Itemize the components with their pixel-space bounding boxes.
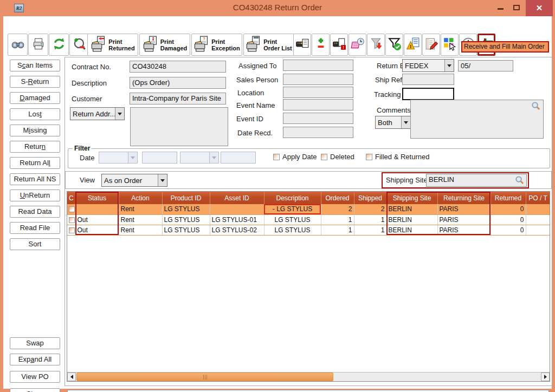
cell-shipping_site[interactable]: BERLIN bbox=[386, 214, 437, 225]
shipping-site-field[interactable]: BERLIN bbox=[426, 174, 527, 187]
toolbar-button-filter-check[interactable] bbox=[385, 34, 403, 56]
checkbox-icon[interactable] bbox=[321, 154, 327, 160]
chevron-down-icon[interactable] bbox=[401, 116, 410, 128]
return-date-field[interactable]: 05/ bbox=[458, 60, 513, 71]
cell-action[interactable]: Rent bbox=[119, 214, 162, 225]
checkbox-icon[interactable] bbox=[366, 154, 372, 160]
date-recd-field[interactable] bbox=[283, 127, 353, 138]
sidebar-button-sort[interactable]: Sort bbox=[10, 238, 60, 250]
cell-shipped[interactable]: 2 bbox=[354, 204, 386, 214]
column-header-returning_site[interactable]: Returning Site bbox=[437, 192, 491, 204]
cell-po[interactable] bbox=[526, 225, 550, 235]
toolbar-button-equipment-list[interactable] bbox=[293, 34, 311, 56]
checkbox-icon[interactable] bbox=[273, 154, 280, 160]
shipping-site-search-icon[interactable] bbox=[515, 175, 524, 187]
sidebar-button-missing[interactable]: Missing bbox=[10, 125, 60, 136]
toolbar-button-print-damaged[interactable]: PrintDamaged bbox=[139, 34, 190, 56]
column-header-action[interactable]: Action bbox=[119, 192, 162, 204]
column-header-shipped[interactable]: Shipped bbox=[354, 192, 386, 204]
cell-product_id[interactable]: LG STYLUS bbox=[162, 204, 210, 214]
toolbar-button-edit-notes[interactable] bbox=[422, 34, 440, 56]
column-header-status[interactable]: Status bbox=[75, 192, 119, 204]
scrollbar-thumb[interactable] bbox=[76, 373, 333, 381]
chevron-down-icon[interactable] bbox=[158, 174, 167, 186]
maximize-button[interactable] bbox=[508, 0, 525, 16]
sidebar-button-scan-items[interactable]: Scan Items bbox=[10, 60, 60, 71]
column-header-asset_id[interactable]: Asset ID bbox=[210, 192, 264, 204]
cell-status[interactable]: Out bbox=[75, 225, 119, 235]
table-row[interactable]: OutRentLG STYLUSLG STYLUS-02LG STYLUS11B… bbox=[67, 225, 550, 235]
description-field[interactable]: (Ops Order) bbox=[130, 77, 226, 89]
column-header-description[interactable]: Description bbox=[264, 192, 321, 204]
cell-product_id[interactable]: LG STYLUS bbox=[162, 225, 210, 235]
toolbar-button-find[interactable] bbox=[8, 34, 28, 56]
cell-description[interactable]: LG STYLUS bbox=[264, 225, 321, 235]
cell-returning_site[interactable]: PARIS bbox=[437, 225, 491, 235]
column-header-returned[interactable]: Returned bbox=[491, 192, 526, 204]
toolbar-button-color-select[interactable] bbox=[441, 34, 459, 56]
cell-returned[interactable]: 0 bbox=[491, 204, 526, 214]
event-id-field[interactable] bbox=[283, 113, 353, 124]
cell-description[interactable]: - LG STYLUS bbox=[264, 204, 321, 214]
cell-ordered[interactable]: 2 bbox=[321, 204, 354, 214]
toolbar-button-add-remove[interactable] bbox=[312, 34, 330, 56]
cell-returning_site[interactable]: PARIS bbox=[437, 214, 491, 225]
row-select-cell[interactable] bbox=[67, 204, 75, 214]
sidebar-button-swap[interactable]: Swap bbox=[10, 337, 60, 349]
minimize-button[interactable] bbox=[492, 0, 508, 16]
sidebar-button-s-return[interactable]: S-Return bbox=[10, 76, 60, 88]
chevron-down-icon[interactable] bbox=[115, 108, 124, 120]
tracking-field[interactable] bbox=[402, 88, 454, 100]
toolbar-button-equipment-alert[interactable]: ! bbox=[330, 34, 348, 56]
cell-asset_id[interactable] bbox=[210, 204, 264, 214]
sidebar-button-return-all-ns[interactable]: Return All NS bbox=[10, 173, 60, 185]
row-checkbox[interactable] bbox=[69, 206, 75, 212]
view-dropdown[interactable]: As on Order bbox=[101, 174, 167, 187]
table-row[interactable]: RentLG STYLUS- LG STYLUS22BERLINPARIS0 bbox=[67, 204, 550, 214]
row-checkbox[interactable] bbox=[69, 217, 75, 223]
cell-description[interactable]: LG STYLUS bbox=[264, 214, 321, 225]
toolbar-button-print-exception[interactable]: ?PrintException bbox=[191, 34, 242, 56]
cell-ordered[interactable]: 1 bbox=[321, 214, 354, 225]
comments-search-icon[interactable] bbox=[531, 101, 540, 113]
column-header-c[interactable]: C bbox=[67, 192, 75, 204]
cell-action[interactable]: Rent bbox=[119, 204, 162, 214]
cell-shipping_site[interactable]: BERLIN bbox=[386, 225, 437, 235]
sidebar-button-close[interactable]: Close bbox=[10, 388, 60, 392]
cell-returned[interactable]: 0 bbox=[491, 225, 526, 235]
apply-date-checkbox[interactable]: Apply Date bbox=[273, 153, 317, 161]
customer-field[interactable]: Intra-Company for Paris Site bbox=[130, 93, 226, 104]
return-addr-textarea[interactable] bbox=[130, 107, 228, 146]
toolbar-button-print[interactable] bbox=[28, 34, 48, 56]
sidebar-button-unreturn[interactable]: UnReturn bbox=[10, 190, 60, 201]
column-header-product_id[interactable]: Product ID bbox=[162, 192, 210, 204]
toolbar-button-zoom-adjust[interactable] bbox=[69, 34, 89, 56]
deleted-checkbox[interactable]: Deleted bbox=[321, 153, 354, 161]
toolbar-button-print-returned[interactable]: PrintReturned bbox=[87, 34, 138, 56]
cell-returned[interactable]: 0 bbox=[491, 214, 526, 225]
cell-status[interactable]: Out bbox=[75, 214, 119, 225]
toolbar-button-print-order-list[interactable]: PrintOrder List bbox=[243, 34, 294, 56]
horizontal-scrollbar[interactable] bbox=[67, 372, 550, 381]
return-addr-dropdown[interactable]: Return Addr... bbox=[70, 107, 125, 120]
scroll-left-button[interactable] bbox=[67, 373, 76, 381]
sidebar-button-view-po[interactable]: View PO bbox=[10, 371, 60, 383]
ship-ref-field[interactable] bbox=[402, 74, 454, 85]
cell-returning_site[interactable]: PARIS bbox=[437, 204, 491, 214]
cell-shipped[interactable]: 1 bbox=[354, 225, 386, 235]
toolbar-button-notes-time[interactable] bbox=[349, 34, 366, 56]
column-header-shipping_site[interactable]: Shipping Site bbox=[386, 192, 437, 204]
cell-ordered[interactable]: 1 bbox=[321, 225, 354, 235]
sidebar-button-return-all[interactable]: Return All bbox=[10, 157, 60, 169]
row-select-cell[interactable] bbox=[67, 225, 75, 235]
row-checkbox[interactable] bbox=[69, 227, 75, 233]
cell-product_id[interactable]: LG STYLUS bbox=[162, 214, 210, 225]
sidebar-button-return[interactable]: Return bbox=[10, 141, 60, 153]
sales-person-field[interactable] bbox=[283, 74, 353, 85]
column-header-po[interactable]: PO / T bbox=[526, 192, 550, 204]
column-header-ordered[interactable]: Ordered bbox=[321, 192, 354, 204]
cell-po[interactable] bbox=[526, 204, 550, 214]
cell-shipping_site[interactable]: BERLIN bbox=[386, 204, 437, 214]
table-row[interactable]: OutRentLG STYLUSLG STYLUS-01LG STYLUS11B… bbox=[67, 214, 550, 225]
return-by-dropdown[interactable]: FEDEX bbox=[402, 59, 454, 72]
